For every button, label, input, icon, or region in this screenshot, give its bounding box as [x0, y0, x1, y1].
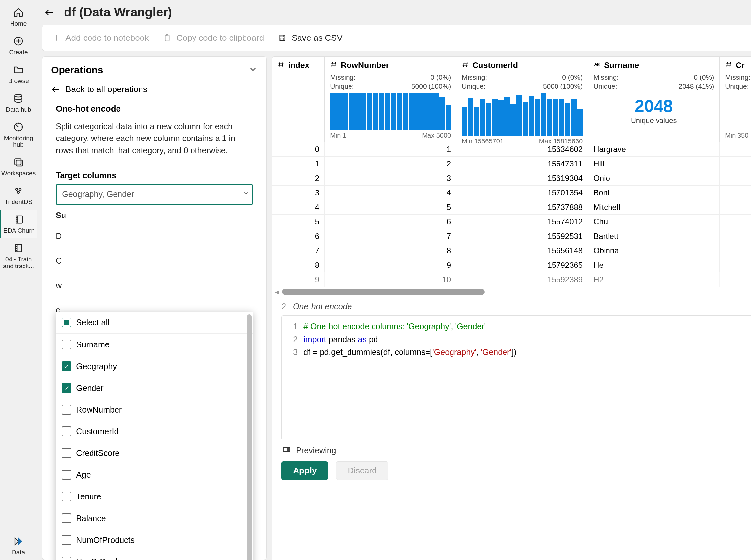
rail-workspaces[interactable]: Workspaces	[0, 152, 37, 181]
data-icon	[13, 535, 24, 547]
cell: 9	[325, 258, 456, 272]
dropdown-item[interactable]: HasCrCard	[56, 551, 253, 560]
discard-button[interactable]: Discard	[336, 461, 388, 480]
column-header[interactable]: CustomerIdMissing:0 (0%)Unique:5000 (100…	[456, 57, 588, 142]
column-header[interactable]: RowNumberMissing:0 (0%)Unique:5000 (100%…	[325, 57, 456, 142]
add-code-button[interactable]: Add code to notebook	[52, 33, 149, 43]
cell: 15592531	[456, 229, 588, 243]
svg-point-6	[19, 188, 21, 190]
dropdown-item-label: CreditScore	[76, 448, 119, 458]
dropdown-item[interactable]: Surname	[56, 334, 253, 355]
dropdown-item-label: Gender	[76, 383, 103, 393]
scroll-left-icon[interactable]: ◀	[275, 289, 281, 295]
rail-label: Data hub	[6, 106, 31, 113]
column-header[interactable]: CrMissing:MissinUnique:UniquMin 350	[720, 57, 751, 142]
dropdown-item[interactable]: NumOfProducts	[56, 529, 253, 551]
save-icon	[278, 33, 287, 42]
cell: H2	[588, 273, 720, 286]
dropdown-item[interactable]: Tenure	[56, 486, 253, 507]
dropdown-item[interactable]: Geography	[56, 355, 253, 377]
cell: 1	[325, 142, 456, 156]
cell: 15592389	[456, 273, 588, 286]
dropdown-item[interactable]: Age	[56, 464, 253, 486]
svg-rect-14	[284, 447, 285, 452]
checkbox-icon	[62, 492, 72, 501]
plus-circle-icon	[13, 35, 24, 47]
operations-panel: Operations Back to all operations One-ho…	[42, 56, 266, 560]
rail-train-track[interactable]: 04 - Train and track...	[0, 238, 37, 274]
dropdown-item[interactable]: Balance	[56, 507, 253, 529]
scroll-thumb[interactable]	[282, 288, 485, 295]
svg-rect-13	[281, 38, 284, 41]
dropdown-item[interactable]: CustomerId	[56, 420, 253, 442]
cell: 1	[272, 157, 325, 171]
horizontal-scrollbar[interactable]: ◀	[272, 287, 751, 297]
rail-eda-churn[interactable]: EDA Churn	[0, 209, 37, 238]
table-row[interactable]: 3415701354Boni	[272, 185, 751, 200]
table-row[interactable]: 7815656148Obinna	[272, 243, 751, 258]
cell: 0	[272, 142, 325, 156]
rail-label: Home	[10, 20, 27, 27]
notebook-icon	[13, 214, 25, 225]
dropdown-item[interactable]: Gender	[56, 377, 253, 399]
column-header[interactable]: index	[272, 57, 325, 142]
cell: 3	[325, 171, 456, 185]
rail-home[interactable]: Home	[0, 3, 37, 31]
monitor-icon	[13, 121, 24, 133]
cell: 3	[272, 185, 325, 200]
svg-point-1	[15, 95, 22, 97]
chevron-down-icon[interactable]	[249, 65, 258, 75]
code-editor[interactable]: 1 2 3 # One-hot encode columns: 'Geograp…	[281, 315, 751, 440]
toolbar-label: Save as CSV	[292, 33, 342, 43]
svg-point-5	[16, 188, 18, 190]
cell: Onio	[588, 171, 720, 185]
table-row[interactable]: 5615574012Chu	[272, 215, 751, 229]
dropdown-scrollbar[interactable]	[247, 314, 252, 560]
dropdown-item-label: NumOfProducts	[76, 535, 135, 545]
checkbox-icon	[62, 405, 72, 415]
table-row[interactable]: 8915792365He	[272, 258, 751, 273]
table-row[interactable]: 6715592531Bartlett	[272, 229, 751, 243]
cell	[720, 215, 751, 229]
type-icon	[593, 61, 600, 70]
table-row[interactable]: 2315619304Onio	[272, 171, 751, 185]
dropdown-item-label: Surname	[76, 340, 109, 349]
rail-browse[interactable]: Browse	[0, 60, 37, 88]
dropdown-item[interactable]: CreditScore	[56, 442, 253, 464]
cell: Hargrave	[588, 142, 720, 156]
cell: 10	[325, 273, 456, 286]
copy-code-button[interactable]: Copy code to clipboard	[162, 33, 264, 43]
table-row[interactable]: 4515737888Mitchell	[272, 200, 751, 215]
columns-dropdown: Select allSurnameGeographyGenderRowNumbe…	[56, 312, 253, 560]
table-row[interactable]: 91015592389H2	[272, 273, 751, 287]
back-arrow[interactable]	[43, 6, 56, 19]
save-csv-button[interactable]: Save as CSV	[278, 33, 342, 43]
rail-label: EDA Churn	[3, 227, 35, 234]
apply-button[interactable]: Apply	[281, 461, 328, 480]
type-icon	[462, 61, 469, 70]
table-row[interactable]: 1215647311Hill	[272, 157, 751, 171]
checkbox-checked-icon	[62, 383, 72, 393]
rail-trident[interactable]: TridentDS	[0, 181, 37, 209]
svg-rect-16	[288, 447, 290, 452]
checkbox-icon	[62, 557, 72, 560]
target-columns-select[interactable]: Geography, Gender	[56, 184, 253, 205]
cell: Obinna	[588, 243, 720, 258]
workspaces-icon	[13, 156, 24, 168]
histogram	[330, 94, 451, 129]
cell: 15737888	[456, 200, 588, 214]
dropdown-select-all[interactable]: Select all	[56, 312, 253, 334]
rail-monitoring[interactable]: Monitoring hub	[0, 117, 37, 153]
cell: Hill	[588, 157, 720, 171]
dropdown-item-label: Tenure	[76, 492, 101, 501]
column-header[interactable]: SurnameMissing:0 (0%)Unique:2048 (41%)20…	[588, 57, 720, 142]
checkbox-icon	[62, 448, 72, 458]
rail-data[interactable]: Data	[0, 532, 37, 560]
rail-datahub[interactable]: Data hub	[0, 88, 37, 117]
rail-create[interactable]: Create	[0, 31, 37, 60]
plus-icon	[52, 33, 61, 42]
back-to-operations[interactable]: Back to all operations	[42, 76, 266, 101]
dropdown-item[interactable]: RowNumber	[56, 399, 253, 420]
cell: 15701354	[456, 185, 588, 200]
previewing-label: Previewing	[296, 446, 336, 455]
